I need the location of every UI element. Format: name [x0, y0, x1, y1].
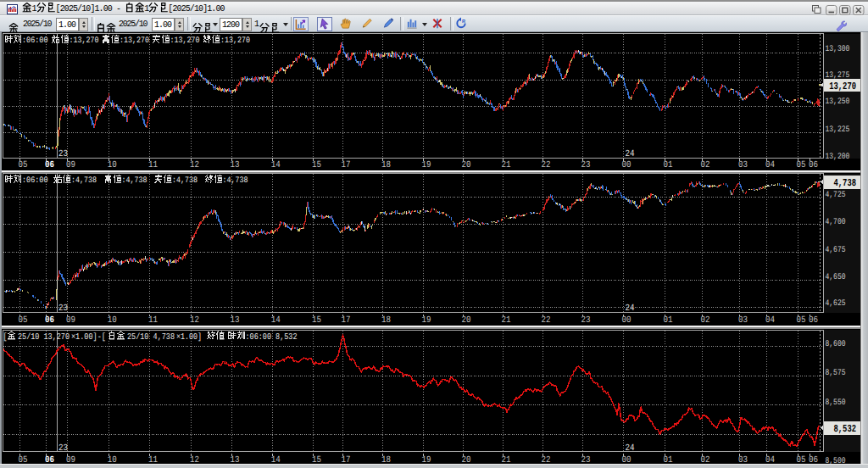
svg-text:23: 23	[58, 304, 68, 314]
svg-text::4,738: :4,738	[172, 176, 198, 186]
svg-text:10: 10	[108, 315, 117, 326]
svg-text:23: 23	[581, 160, 591, 170]
svg-text:15: 15	[312, 160, 321, 170]
svg-text:18: 18	[381, 160, 391, 170]
svg-text:8,550: 8,550	[826, 398, 846, 408]
svg-text:06: 06	[809, 160, 818, 170]
svg-text:17: 17	[342, 160, 351, 170]
svg-text:4,650: 4,650	[826, 273, 846, 282]
svg-text::13,270: :13,270	[120, 36, 149, 46]
svg-text:12: 12	[190, 160, 199, 170]
svg-text:11: 11	[148, 160, 158, 170]
svg-text:25/10 4,738: 25/10 4,738	[127, 332, 175, 343]
svg-text:05: 05	[19, 160, 28, 170]
svg-text:06: 06	[45, 315, 54, 326]
svg-text:23: 23	[58, 149, 68, 159]
svg-text:4,738: 4,738	[834, 177, 857, 189]
svg-text::13,270: :13,270	[70, 36, 99, 46]
svg-text:02: 02	[701, 160, 710, 170]
svg-text:13: 13	[231, 315, 240, 326]
svg-text:4,675: 4,675	[826, 246, 846, 255]
svg-text:4,625: 4,625	[826, 299, 846, 309]
svg-text:06: 06	[809, 315, 818, 326]
svg-text:04: 04	[765, 160, 775, 170]
svg-text::4,738: :4,738	[223, 176, 248, 186]
svg-text:09: 09	[66, 160, 75, 170]
svg-text:19: 19	[422, 315, 431, 326]
svg-text:×1.00]-[: ×1.00]-[	[71, 332, 106, 343]
svg-text:04: 04	[765, 315, 775, 326]
svg-text:24: 24	[626, 149, 635, 159]
svg-text:02: 02	[701, 315, 710, 326]
svg-text:22: 22	[542, 160, 551, 170]
svg-text::06:00: :06:00	[22, 36, 48, 46]
svg-text:01: 01	[664, 315, 673, 326]
svg-text:13,225: 13,225	[826, 125, 850, 135]
svg-text:8,600: 8,600	[826, 340, 846, 349]
svg-text::06:00 8,532: :06:00 8,532	[246, 332, 298, 343]
svg-text::06:00: :06:00	[22, 176, 48, 186]
svg-text:14: 14	[271, 160, 281, 170]
svg-text:09: 09	[66, 315, 75, 326]
svg-text:15: 15	[312, 315, 321, 326]
svg-text:4,725: 4,725	[826, 191, 846, 200]
svg-text:8,532: 8,532	[834, 423, 857, 435]
svg-text:12: 12	[190, 315, 199, 326]
svg-text:21: 21	[502, 315, 511, 326]
svg-text:4,700: 4,700	[826, 218, 846, 227]
svg-text:05: 05	[797, 160, 806, 170]
svg-text:17: 17	[342, 315, 351, 326]
svg-text:21: 21	[502, 160, 511, 170]
svg-text::13,270: :13,270	[170, 36, 200, 46]
svg-text:22: 22	[542, 315, 551, 326]
svg-text:13,200: 13,200	[826, 153, 850, 162]
svg-text:05: 05	[797, 315, 806, 326]
svg-text:00: 00	[622, 160, 632, 170]
svg-text:19: 19	[422, 160, 431, 170]
svg-text:14: 14	[271, 315, 281, 326]
svg-text::4,738: :4,738	[71, 176, 97, 186]
svg-text:03: 03	[738, 315, 748, 326]
svg-text:13,250: 13,250	[826, 98, 850, 107]
svg-text::13,270: :13,270	[220, 36, 250, 46]
svg-text:R: R	[462, 19, 465, 24]
svg-text:01: 01	[664, 160, 673, 170]
svg-text:25/10 13,270: 25/10 13,270	[18, 332, 70, 343]
svg-text:03: 03	[738, 160, 748, 170]
svg-text:13,300: 13,300	[826, 45, 850, 54]
svg-text:23: 23	[58, 443, 68, 454]
svg-text:8,575: 8,575	[826, 369, 846, 378]
svg-text:×1.00]: ×1.00]	[176, 332, 202, 343]
svg-text:13,270: 13,270	[829, 81, 856, 92]
svg-text:13: 13	[231, 160, 240, 170]
svg-text:20: 20	[462, 160, 471, 170]
svg-text:18: 18	[381, 315, 391, 326]
svg-text:24: 24	[626, 443, 635, 454]
svg-text:06: 06	[45, 160, 54, 170]
svg-text::4,738: :4,738	[122, 176, 147, 186]
svg-text:05: 05	[19, 315, 28, 326]
svg-text:[: [	[3, 332, 8, 343]
svg-text:00: 00	[622, 315, 632, 326]
svg-text:23: 23	[581, 315, 591, 326]
svg-text:10: 10	[108, 160, 117, 170]
svg-text:20: 20	[462, 315, 471, 326]
svg-text:24: 24	[626, 304, 635, 314]
svg-text:11: 11	[148, 315, 158, 326]
